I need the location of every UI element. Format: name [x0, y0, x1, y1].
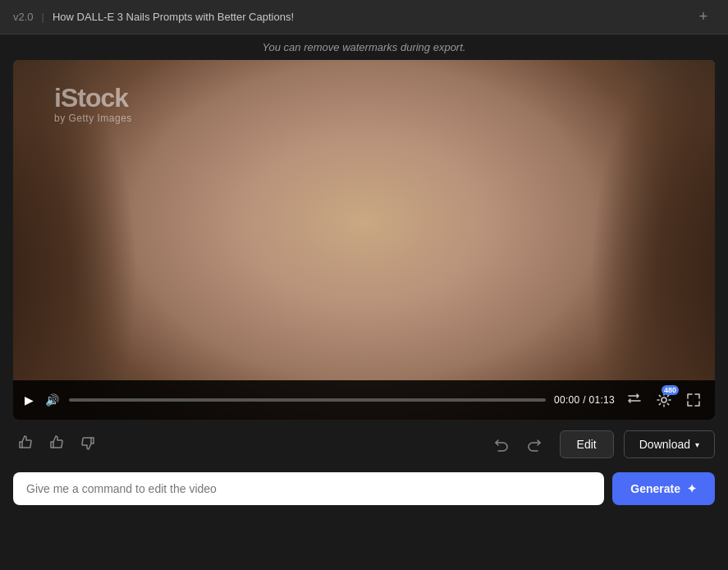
edit-button[interactable]: Edit — [560, 430, 614, 458]
generate-sparkle-icon: ✦ — [687, 482, 697, 495]
download-button[interactable]: Download ▾ — [624, 430, 715, 458]
reaction-buttons — [13, 430, 100, 459]
volume-button[interactable]: 🔊 — [43, 392, 61, 408]
thumbs-down-icon — [79, 434, 97, 452]
loop-icon — [627, 393, 642, 407]
action-bar: Edit Download ▾ — [0, 423, 728, 466]
add-tab-button[interactable]: + — [692, 6, 715, 29]
volume-icon: 🔊 — [45, 393, 59, 407]
thumbs-up-filled-icon — [48, 434, 66, 452]
svg-point-0 — [662, 398, 666, 402]
thumbs-down-button[interactable] — [76, 430, 100, 459]
document-title: How DALL-E 3 Nails Prompts with Better C… — [53, 11, 294, 23]
badge-button[interactable]: 480 — [651, 387, 677, 413]
watermark-subbrand: by Getty Images — [54, 113, 132, 124]
download-label: Download — [639, 438, 690, 451]
thumbs-up-filled-button[interactable] — [44, 430, 69, 459]
undo-redo-controls — [486, 430, 550, 459]
badge-count: 480 — [662, 385, 679, 395]
thumbs-up-outline-icon — [16, 434, 34, 452]
istock-watermark: iStock by Getty Images — [54, 85, 132, 124]
version-label: v2.0 — [13, 11, 34, 23]
redo-icon — [527, 436, 543, 453]
watermark-brand: iStock — [54, 85, 132, 111]
fullscreen-button[interactable] — [682, 388, 705, 411]
title-divider: | — [42, 11, 44, 23]
video-thumbnail: iStock by Getty Images — [13, 60, 715, 420]
progress-bar[interactable] — [69, 398, 546, 402]
loop-button[interactable] — [623, 388, 646, 411]
fullscreen-icon — [686, 393, 701, 407]
command-bar: Generate ✦ — [0, 466, 728, 512]
generate-button[interactable]: Generate ✦ — [612, 472, 715, 505]
time-separator: / — [583, 394, 586, 406]
redo-button[interactable] — [520, 430, 550, 459]
time-display: 00:00 / 01:13 — [554, 394, 615, 406]
title-bar: v2.0 | How DALL-E 3 Nails Prompts with B… — [0, 0, 728, 34]
video-right-controls: 480 — [623, 387, 705, 413]
thumbs-up-outline-button[interactable] — [13, 430, 38, 459]
undo-button[interactable] — [486, 430, 515, 459]
video-overlay-right — [434, 60, 715, 420]
duration: 01:13 — [588, 394, 615, 406]
command-input[interactable] — [13, 472, 604, 505]
undo-icon — [492, 436, 509, 453]
watermark-notice: You can remove watermarks during export. — [0, 34, 728, 60]
current-time: 00:00 — [554, 394, 580, 406]
download-chevron-icon: ▾ — [695, 440, 699, 449]
video-player[interactable]: iStock by Getty Images ▶ 🔊 00:00 / 01:13 — [13, 60, 715, 420]
generate-label: Generate — [630, 482, 680, 495]
watermark-notice-text: You can remove watermarks during export. — [263, 41, 466, 53]
play-icon: ▶ — [25, 393, 34, 407]
play-button[interactable]: ▶ — [23, 392, 35, 408]
video-controls-bar: ▶ 🔊 00:00 / 01:13 — [13, 380, 715, 420]
